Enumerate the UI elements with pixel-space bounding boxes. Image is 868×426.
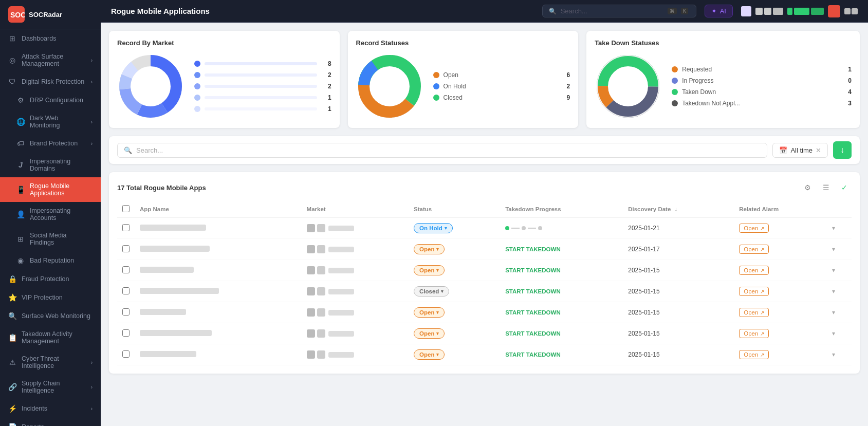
cell-date: 2025-01-15 [623, 344, 734, 365]
app-name-text [140, 225, 206, 231]
search-input[interactable] [561, 7, 663, 15]
app-name-text [140, 267, 194, 273]
market-icons [307, 350, 325, 359]
cell-expand: ▾ [827, 344, 852, 365]
market-icon [317, 224, 325, 232]
legend-dot [433, 83, 439, 89]
row-expand-button[interactable]: ▾ [832, 330, 835, 337]
sidebar-item-bad-reputation[interactable]: ◉ Bad Reputation [0, 251, 101, 270]
main-search-input[interactable] [136, 146, 761, 154]
status-badge[interactable]: Open ▾ [414, 244, 445, 254]
cell-takedown: START TAKEDOWN [500, 281, 623, 302]
sidebar-item-label: Cyber Threat Intelligence [22, 355, 86, 369]
alarm-link[interactable]: Open ↗ [739, 245, 769, 254]
row-checkbox[interactable] [122, 329, 130, 337]
row-expand-button[interactable]: ▾ [832, 225, 835, 232]
sidebar-item-vip-protection[interactable]: ⭐ VIP Protection [0, 288, 101, 307]
row-checkbox[interactable] [122, 224, 130, 231]
main-search-box[interactable]: 🔍 [117, 143, 767, 158]
start-takedown-link[interactable]: START TAKEDOWN [505, 288, 561, 294]
status-badge[interactable]: Closed ▾ [414, 286, 449, 297]
row-checkbox[interactable] [122, 245, 130, 252]
legend-item-4: 1 [194, 94, 331, 101]
date-filter[interactable]: 📅 All time ✕ [772, 143, 828, 158]
legend-item-5: 1 [194, 105, 331, 113]
sidebar-item-incidents[interactable]: ⚡ Incidents › [0, 399, 101, 418]
status-badge[interactable]: Open ▾ [414, 307, 445, 318]
status-badge[interactable]: Open ▾ [414, 265, 445, 275]
row-expand-button[interactable]: ▾ [832, 351, 835, 358]
sidebar-item-impersonating-accounts[interactable]: 👤 Impersonating Accounts [0, 202, 101, 227]
sidebar-item-social-media[interactable]: ⊞ Social Media Findings [0, 227, 101, 251]
alarm-link[interactable]: Open ↗ [739, 266, 769, 275]
sidebar-item-dashboards[interactable]: ⊞ Dashboards [0, 29, 101, 48]
start-takedown-link[interactable]: START TAKEDOWN [505, 267, 561, 273]
row-expand-button[interactable]: ▾ [832, 309, 835, 316]
sidebar-item-attack-surface[interactable]: ◎ Attack Surface Management › [0, 48, 101, 72]
legend-dot [194, 95, 200, 101]
sidebar-item-label: Reports [22, 423, 44, 426]
sidebar-item-supply-chain[interactable]: 🔗 Supply Chain Intelligence › [0, 375, 101, 399]
table-row: Open ▾ START TAKEDOWN2025-01-17 Open ↗ ▾ [117, 239, 852, 260]
external-link-icon: ↗ [760, 247, 764, 252]
status-badge[interactable]: On Hold ▾ [414, 223, 453, 233]
sidebar-item-drp-config[interactable]: ⚙ DRP Configuration [0, 91, 101, 109]
clear-icon[interactable]: ✕ [816, 146, 821, 154]
alarm-link[interactable]: Open ↗ [739, 350, 769, 359]
sidebar-item-digital-risk[interactable]: 🛡 Digital Risk Protection › [0, 72, 101, 91]
chevron-icon: › [91, 58, 93, 63]
legend-value: 0 [841, 77, 852, 84]
start-takedown-link[interactable]: START TAKEDOWN [505, 309, 561, 316]
market-icon [317, 329, 325, 338]
start-takedown-link[interactable]: START TAKEDOWN [505, 330, 561, 337]
row-expand-button[interactable]: ▾ [832, 288, 835, 295]
status-block [773, 8, 783, 15]
export-button[interactable]: ↓ [833, 141, 852, 159]
ai-button[interactable]: ✦ AI [705, 5, 733, 17]
status-badge[interactable]: Open ▾ [414, 349, 445, 360]
alarm-link[interactable]: Open ↗ [739, 224, 769, 233]
donut-container: Open 6 On Hold 2 Closed 9 [356, 53, 570, 120]
legend-dot [433, 72, 439, 78]
cell-status: Open ▾ [409, 344, 500, 365]
filter-icon[interactable]: ⚙ [800, 180, 815, 195]
select-all-checkbox[interactable] [122, 205, 130, 212]
sidebar-item-dark-web[interactable]: 🌐 Dark Web Monitoring › [0, 109, 101, 134]
row-expand-button[interactable]: ▾ [832, 246, 835, 253]
alarm-link[interactable]: Open ↗ [739, 287, 769, 296]
record-by-market-card: Record By Market [109, 31, 340, 128]
status-badge[interactable]: Open ▾ [414, 328, 445, 339]
cell-date: 2025-01-21 [623, 218, 734, 239]
sidebar-item-reports[interactable]: 📄 Reports [0, 418, 101, 426]
columns-icon[interactable]: ☰ [819, 180, 833, 195]
check-icon[interactable]: ✓ [837, 180, 852, 195]
topbar-search[interactable]: 🔍 ⌘ K [542, 5, 696, 17]
start-takedown-link[interactable]: START TAKEDOWN [505, 351, 561, 358]
row-expand-button[interactable]: ▾ [832, 267, 835, 274]
cell-market [302, 260, 409, 281]
sort-icon: ↓ [675, 206, 678, 212]
external-link-icon: ↗ [760, 352, 764, 358]
row-checkbox[interactable] [122, 287, 130, 294]
sidebar-item-brand-protection[interactable]: 🏷 Brand Protection › [0, 134, 101, 153]
alarm-link[interactable]: Open ↗ [739, 329, 769, 338]
main-content: Rogue Mobile Applications 🔍 ⌘ K ✦ AI [101, 0, 868, 426]
row-checkbox[interactable] [122, 308, 130, 316]
cell-takedown: START TAKEDOWN [500, 302, 623, 323]
small-blocks [844, 8, 858, 14]
table-head: App Name Market Status Takedown Progress [117, 201, 852, 218]
sidebar-item-label: Social Media Findings [30, 232, 93, 246]
alarm-link[interactable]: Open ↗ [739, 308, 769, 317]
legend-item-3: 2 [194, 83, 331, 90]
legend-value: 4 [841, 88, 852, 96]
sidebar-item-cyber-threat[interactable]: ⚠ Cyber Threat Intelligence › [0, 350, 101, 375]
sidebar-item-rogue-mobile[interactable]: 📱 Rogue Mobile Applications [0, 177, 101, 202]
sidebar-item-fraud-protection[interactable]: 🔒 Fraud Protection [0, 270, 101, 288]
sidebar-item-surface-web[interactable]: 🔍 Surface Web Monitoring [0, 307, 101, 325]
sidebar-item-impersonating-domains[interactable]: J Impersonating Domains [0, 153, 101, 177]
sidebar-item-takedown[interactable]: 📋 Takedown Activity Management [0, 325, 101, 350]
row-checkbox[interactable] [122, 266, 130, 273]
row-checkbox[interactable] [122, 350, 130, 358]
badge-chevron: ▾ [436, 352, 439, 357]
start-takedown-link[interactable]: START TAKEDOWN [505, 246, 561, 252]
